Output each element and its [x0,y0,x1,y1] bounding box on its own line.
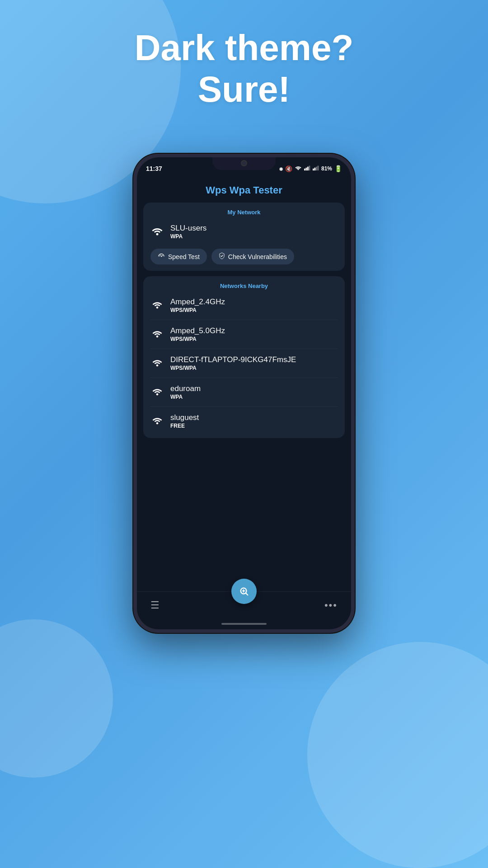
fab-scan-button[interactable] [231,579,257,604]
svg-point-13 [156,364,159,367]
status-time: 11:37 [146,165,162,172]
status-icons: ‭⎈ 🔇 [279,165,342,172]
network-info-2: DIRECT-fTLAPTOP-9ICKG47FmsJEWPS/WPA [170,355,296,371]
hero-headline: Dark theme? Sure! [0,27,488,110]
network-security-0: WPS/WPA [170,307,225,313]
phone-notch [212,157,276,170]
network-name-4: sluguest [170,413,199,422]
svg-rect-6 [316,167,317,170]
my-network-wifi-icon [150,226,164,238]
my-network-item[interactable]: SLU-users WPA [150,221,338,242]
svg-point-14 [156,393,159,396]
my-network-info: SLU-users WPA [170,224,206,240]
home-bar [221,623,267,625]
network-divider-3 [150,377,338,378]
network-security-4: FREE [170,423,199,429]
svg-point-10 [161,256,162,257]
network-name-0: Amped_2.4GHz [170,297,225,307]
networks-nearby-card: Networks Nearby Amped_2.4GHzWPS/WPA Ampe… [143,276,345,438]
more-options-icon[interactable]: ••• [324,599,338,611]
svg-point-11 [156,307,159,309]
wifi-icon-0 [150,300,164,311]
speed-test-label: Speed Test [168,253,200,260]
network-name-1: Amped_5.0GHz [170,326,225,335]
shield-icon [219,252,225,261]
svg-point-15 [156,422,159,425]
wifi-status-icon [295,165,302,172]
check-vuln-button[interactable]: Check Vulnerabilities [211,249,294,264]
my-network-security: WPA [170,233,206,240]
menu-icon[interactable]: ☰ [150,599,160,611]
front-camera [241,160,247,166]
network-info-0: Amped_2.4GHzWPS/WPA [170,297,225,313]
headline-line2: Sure! [36,69,452,110]
phone-screen: 11:37 ‭⎈ 🔇 [137,157,351,629]
bluetooth-icon: ‭⎈ [279,165,283,172]
signal-icon [304,165,310,172]
svg-rect-1 [305,168,307,170]
svg-rect-3 [309,166,310,171]
power-button [133,257,135,297]
volume-down-button [353,284,355,311]
network-divider-1 [150,320,338,320]
phone-frame: 11:37 ‭⎈ 🔇 [133,154,355,633]
wifi-icon-3 [150,387,164,398]
svg-point-12 [156,335,159,338]
wifi-icon-2 [150,358,164,369]
network-security-1: WPS/WPA [170,336,225,342]
network-security-2: WPS/WPA [170,365,296,371]
bg-blob-2 [307,642,488,868]
network-divider-4 [150,406,338,407]
network-item-1[interactable]: Amped_5.0GHzWPS/WPA [150,324,338,345]
scroll-area: My Network SLU-users WPA [137,203,351,591]
battery-text: 81% [321,165,332,172]
svg-rect-2 [307,167,309,170]
battery-icon: 🔋 [334,165,342,172]
my-network-label: My Network [150,209,338,216]
speed-test-button[interactable]: Speed Test [150,249,207,264]
wifi-icon-4 [150,415,164,427]
speed-test-icon [158,253,165,260]
network-security-3: WPA [170,394,201,400]
my-network-name: SLU-users [170,224,206,233]
signal2-icon [313,165,319,172]
home-indicator [137,618,351,629]
svg-line-17 [246,593,248,595]
check-vuln-label: Check Vulnerabilities [228,253,287,260]
svg-rect-5 [314,168,315,170]
app-title: Wps Wpa Tester [137,176,351,203]
network-item-4[interactable]: sluguestFREE [150,410,338,432]
network-info-4: sluguestFREE [170,413,199,429]
wifi-icon-1 [150,329,164,340]
action-buttons: Speed Test Check Vulnerabilities [150,249,338,264]
svg-rect-4 [313,169,314,170]
network-divider-2 [150,349,338,349]
phone-mockup: 11:37 ‭⎈ 🔇 [133,154,355,633]
my-network-card: My Network SLU-users WPA [143,203,345,271]
svg-rect-7 [317,166,319,171]
svg-point-8 [156,233,159,235]
networks-nearby-label: Networks Nearby [150,283,338,289]
network-item-3[interactable]: eduroamWPA [150,382,338,403]
network-item-0[interactable]: Amped_2.4GHzWPS/WPA [150,295,338,316]
network-info-3: eduroamWPA [170,384,201,400]
mute-icon: 🔇 [285,165,292,172]
networks-list: Amped_2.4GHzWPS/WPA Amped_5.0GHzWPS/WPA … [150,295,338,432]
network-info-1: Amped_5.0GHzWPS/WPA [170,326,225,342]
network-name-3: eduroam [170,384,201,393]
network-item-2[interactable]: DIRECT-fTLAPTOP-9ICKG47FmsJEWPS/WPA [150,353,338,374]
volume-up-button [353,248,355,275]
network-name-2: DIRECT-fTLAPTOP-9ICKG47FmsJE [170,355,296,364]
headline-line1: Dark theme? [36,27,452,69]
bg-blob-3 [0,619,113,778]
svg-rect-0 [304,169,305,170]
